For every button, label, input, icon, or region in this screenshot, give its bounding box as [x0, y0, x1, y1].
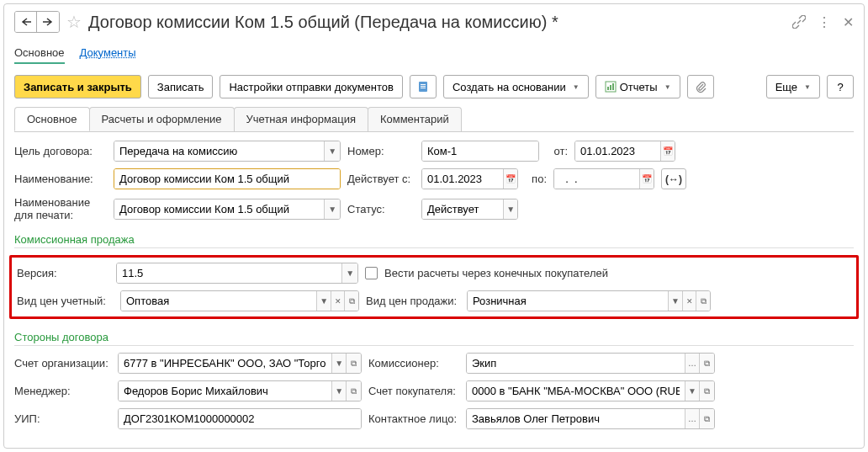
chevron-down-icon[interactable]: ▼	[341, 263, 357, 283]
chevron-down-icon[interactable]: ▼	[668, 291, 682, 311]
open-icon[interactable]: ⧉	[699, 409, 714, 428]
label-price-type-acc: Вид цен учетный:	[17, 295, 114, 307]
chevron-down-icon[interactable]: ▼	[331, 354, 347, 373]
form-body: Цель договора: ▼ Номер: от: 📅 Наименован…	[14, 141, 854, 429]
label-org-account: Счет организации:	[14, 357, 111, 370]
nav-buttons	[14, 11, 60, 33]
nav-forward-button[interactable]	[37, 12, 59, 32]
chevron-down-icon[interactable]: ▼	[316, 291, 331, 311]
titlebar: ☆ Договор комиссии Ком 1.5 общий (Переда…	[14, 11, 854, 33]
form-tabs: Основное Расчеты и оформление Учетная ин…	[14, 107, 854, 132]
status-field[interactable]: ▼	[421, 199, 518, 220]
label-to: по:	[525, 173, 547, 185]
date-from-field[interactable]: 📅	[574, 141, 675, 162]
close-icon[interactable]: ✕	[843, 14, 854, 30]
save-close-button[interactable]: Записать и закрыть	[14, 75, 141, 98]
attach-button[interactable]	[687, 75, 714, 98]
open-icon[interactable]: ⧉	[699, 381, 714, 401]
svg-rect-7	[612, 83, 614, 90]
chevron-down-icon[interactable]: ▼	[685, 381, 700, 401]
link-icon[interactable]	[792, 15, 806, 29]
clear-icon[interactable]: ✕	[331, 291, 345, 311]
svg-rect-3	[421, 88, 426, 88]
price-type-sell-field[interactable]: ▼ ✕ ⧉	[467, 290, 711, 311]
label-uip: УИП:	[14, 412, 111, 425]
expand-dates-button[interactable]: (↔)	[661, 168, 686, 189]
label-number: Номер:	[347, 145, 415, 157]
chevron-down-icon[interactable]: ▼	[331, 381, 347, 401]
buyer-account-field[interactable]: ▼ ⧉	[466, 380, 715, 401]
manager-field[interactable]: ▼ ⧉	[118, 380, 362, 401]
version-field[interactable]: ▼	[116, 263, 358, 284]
chevron-down-icon[interactable]: ▼	[324, 141, 340, 161]
reports-button[interactable]: Отчеты	[595, 75, 680, 98]
save-button[interactable]: Записать	[148, 75, 214, 98]
open-icon[interactable]: ⧉	[696, 291, 710, 311]
org-account-field[interactable]: ▼ ⧉	[118, 353, 362, 374]
calendar-icon[interactable]: 📅	[503, 169, 517, 189]
label-contact: Контактное лицо:	[368, 412, 459, 425]
calendar-icon[interactable]: 📅	[639, 169, 654, 189]
top-tabs: Основное Документы	[14, 43, 854, 65]
valid-to-field[interactable]: 📅	[553, 168, 654, 189]
svg-rect-5	[607, 87, 609, 90]
open-icon[interactable]: ⧉	[346, 381, 361, 401]
send-settings-button[interactable]: Настройки отправки документов	[220, 75, 403, 98]
highlighted-box: Версия: ▼ Вести расчеты через конечных п…	[9, 255, 859, 319]
top-tab-documents[interactable]: Документы	[80, 43, 136, 64]
clear-icon[interactable]: ✕	[682, 291, 696, 311]
section-parties: Стороны договора	[14, 331, 854, 346]
chevron-down-icon[interactable]: ▼	[324, 199, 340, 219]
label-name: Наименование:	[14, 173, 107, 185]
tab-main[interactable]: Основное	[14, 107, 90, 131]
kebab-icon[interactable]: ⋮	[818, 14, 831, 30]
label-buyer-account: Счет покупателя:	[368, 385, 459, 397]
tab-payments[interactable]: Расчеты и оформление	[89, 107, 235, 131]
commissioner-field[interactable]: … ⧉	[466, 353, 715, 374]
nav-back-button[interactable]	[15, 12, 37, 32]
tab-accounting[interactable]: Учетная информация	[234, 107, 368, 131]
dots-icon[interactable]: …	[685, 409, 700, 428]
more-button[interactable]: Еще	[766, 75, 820, 98]
toolbar: Записать и закрыть Записать Настройки от…	[14, 75, 854, 98]
label-from: от:	[546, 145, 568, 157]
calendar-icon[interactable]: 📅	[660, 141, 675, 161]
valid-from-field[interactable]: 📅	[421, 168, 518, 189]
top-tab-main[interactable]: Основное	[14, 43, 65, 64]
star-icon[interactable]: ☆	[66, 12, 82, 32]
svg-rect-2	[421, 86, 426, 87]
price-type-acc-field[interactable]: ▼ ✕ ⧉	[120, 290, 359, 311]
document-icon-button[interactable]	[410, 75, 437, 98]
label-name-print: Наименование для печати:	[14, 196, 107, 221]
open-icon[interactable]: ⧉	[346, 354, 361, 373]
label-status: Статус:	[347, 203, 415, 215]
checkbox-calc-via-end[interactable]	[365, 267, 378, 279]
number-field[interactable]	[421, 141, 539, 162]
open-icon[interactable]: ⧉	[344, 291, 358, 311]
label-manager: Менеджер:	[14, 385, 111, 397]
contact-field[interactable]: … ⧉	[466, 408, 715, 429]
page-title: Договор комиссии Ком 1.5 общий (Передача…	[88, 13, 787, 32]
label-commissioner: Комиссионер:	[368, 357, 459, 370]
svg-rect-1	[421, 84, 426, 85]
label-price-type-sell: Вид цен продажи:	[366, 295, 460, 307]
goal-field[interactable]: ▼	[114, 141, 341, 162]
chevron-down-icon[interactable]: ▼	[503, 199, 517, 219]
label-goal: Цель договора:	[14, 145, 107, 157]
label-version: Версия:	[17, 267, 109, 279]
label-calc-via-end: Вести расчеты через конечных покупателей	[384, 267, 608, 279]
dots-icon[interactable]: …	[685, 354, 700, 373]
name-field[interactable]	[114, 168, 341, 189]
open-icon[interactable]: ⧉	[699, 354, 714, 373]
section-commission: Комиссионная продажа	[14, 233, 854, 248]
uip-field[interactable]	[118, 408, 362, 429]
svg-rect-6	[610, 85, 611, 90]
name-print-field[interactable]: ▼	[114, 199, 341, 220]
tab-comment[interactable]: Комментарий	[368, 107, 462, 131]
help-button[interactable]: ?	[827, 75, 854, 98]
create-based-button[interactable]: Создать на основании	[443, 75, 589, 98]
label-valid-from: Действует с:	[347, 173, 415, 185]
